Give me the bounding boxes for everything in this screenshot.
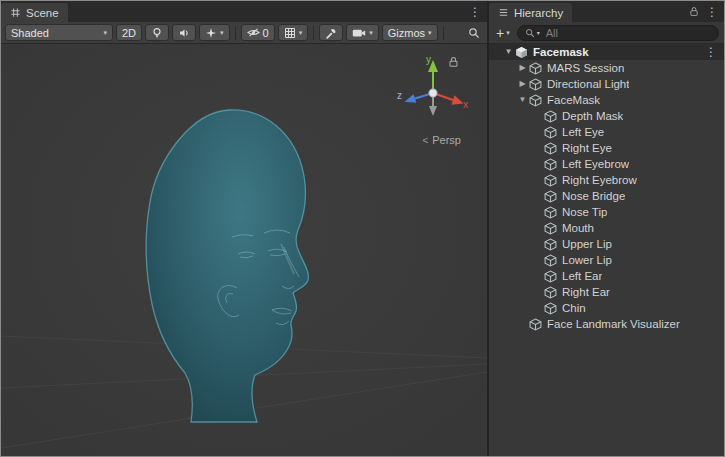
orientation-gizmo[interactable]: y x z [395, 52, 473, 130]
view-lock-icon[interactable] [448, 56, 459, 68]
foldout-expanded-icon[interactable]: ▼ [502, 48, 515, 56]
scene-row-kebab-icon[interactable]: ⋮ [705, 46, 724, 58]
cube-icon [544, 174, 557, 187]
axis-y-label: y [426, 54, 431, 65]
cube-icon [544, 222, 557, 235]
scene-search-button[interactable] [465, 27, 483, 39]
foldout-collapsed-icon[interactable]: ▶ [516, 80, 529, 88]
projection-toggle[interactable]: < Persp [422, 134, 461, 146]
cube-icon [529, 62, 542, 75]
tree-row[interactable]: Chin [489, 300, 724, 316]
hierarchy-panel: Hierarchy ⋮ + ▾ ▾ All ▼ Facemask [489, 1, 724, 456]
tree-row[interactable]: ▼ FaceMask [489, 92, 724, 108]
cube-icon [544, 190, 557, 203]
tab-hierarchy-label: Hierarchy [514, 7, 563, 19]
tree-row[interactable]: Right Ear [489, 284, 724, 300]
tree-item-label: Left Eye [562, 126, 604, 138]
tree-item-label: Nose Bridge [562, 190, 625, 202]
tree-row[interactable]: Left Eye [489, 124, 724, 140]
cube-icon [544, 302, 557, 315]
tree-row[interactable]: Right Eyebrow [489, 172, 724, 188]
tab-scene[interactable]: Scene [1, 3, 68, 22]
cube-icon [544, 206, 557, 219]
chevron-down-icon: ▾ [299, 29, 303, 36]
scene-visibility-button[interactable]: 0 [241, 24, 275, 41]
projection-label: Persp [432, 134, 461, 146]
tree-row[interactable]: Upper Lip [489, 236, 724, 252]
toggle-2d-button[interactable]: 2D [116, 24, 142, 41]
axis-x-cone[interactable] [451, 95, 463, 104]
tree-row-scene[interactable]: ▼ Facemask ⋮ [489, 44, 724, 60]
tree-item-label: Left Ear [562, 270, 602, 282]
plus-icon: + [496, 26, 504, 40]
gizmo-center-ball[interactable] [429, 89, 437, 97]
chevron-down-icon: ▾ [506, 29, 510, 36]
axis-z-cone[interactable] [405, 94, 417, 103]
cube-icon [544, 270, 557, 283]
create-object-button[interactable]: + ▾ [496, 26, 510, 40]
effects-star-icon [205, 27, 217, 39]
chevron-down-icon: ▾ [369, 29, 373, 36]
foldout-expanded-icon[interactable]: ▼ [516, 96, 529, 104]
grid-settings-dropdown[interactable]: ▾ [278, 24, 309, 41]
tree-item-label: Right Eyebrow [562, 174, 637, 186]
hidden-object-count: 0 [263, 27, 269, 39]
tree-item-label: Upper Lip [562, 238, 612, 250]
tree-item-label: Chin [562, 302, 586, 314]
tree-row[interactable]: ▶ Face Landmark Visualizer [489, 316, 724, 332]
cube-icon [544, 238, 557, 251]
scene-viewport[interactable]: y x z < Persp [1, 44, 487, 456]
search-placeholder: All [546, 27, 558, 39]
tree-row[interactable]: Lower Lip [489, 252, 724, 268]
foldout-collapsed-icon[interactable]: ▶ [516, 64, 529, 72]
chevron-down-icon: ▾ [428, 29, 432, 36]
scene-kebab-menu-icon[interactable]: ⋮ [469, 6, 481, 18]
tree-item-label: Face Landmark Visualizer [547, 318, 680, 330]
tree-row[interactable]: Left Ear [489, 268, 724, 284]
cube-icon [544, 286, 557, 299]
tree-row[interactable]: Mouth [489, 220, 724, 236]
axis-neg-y-cone[interactable] [429, 106, 437, 116]
cube-icon [529, 94, 542, 107]
cube-icon [544, 158, 557, 171]
tree-row[interactable]: ▶ Directional Light [489, 76, 724, 92]
tree-item-label: Right Eye [562, 142, 612, 154]
tree-item-label: Nose Tip [562, 206, 607, 218]
hierarchy-search-field[interactable]: ▾ All [517, 25, 719, 41]
tab-scene-label: Scene [26, 7, 59, 19]
chevron-down-icon: ▾ [103, 29, 107, 36]
tree-row[interactable]: Right Eye [489, 140, 724, 156]
axis-z-label: z [397, 90, 402, 101]
tree-row[interactable]: Left Eyebrow [489, 156, 724, 172]
cube-icon [544, 126, 557, 139]
gizmos-dropdown[interactable]: Gizmos ▾ [382, 24, 438, 41]
tree-row[interactable]: Nose Tip [489, 204, 724, 220]
scene-audio-button[interactable] [172, 24, 196, 41]
tab-hierarchy[interactable]: Hierarchy [489, 3, 572, 22]
shading-mode-label: Shaded [11, 27, 49, 39]
cube-icon [544, 254, 557, 267]
scene-tabbar: Scene ⋮ [1, 1, 487, 22]
tree-item-label: MARS Session [547, 62, 624, 74]
shading-mode-dropdown[interactable]: Shaded ▾ [5, 24, 113, 41]
tree-item-label: Mouth [562, 222, 594, 234]
axis-x-label: x [463, 99, 468, 110]
unity-scene-icon [515, 46, 528, 59]
cube-icon [529, 318, 542, 331]
scene-lighting-button[interactable] [145, 24, 169, 41]
scene-camera-dropdown[interactable]: ▾ [346, 24, 379, 41]
tree-row[interactable]: Nose Bridge [489, 188, 724, 204]
scene-effects-dropdown[interactable]: ▾ [199, 24, 230, 41]
tree-row[interactable]: ▶ MARS Session [489, 60, 724, 76]
tree-row[interactable]: Depth Mask [489, 108, 724, 124]
unity-editor-window: Scene ⋮ Shaded ▾ 2D ▾ [0, 0, 725, 457]
scene-tools-button[interactable] [319, 24, 343, 41]
toolbar-separator [443, 26, 444, 40]
search-filter-caret-icon[interactable]: ▾ [537, 30, 540, 36]
tree-item-label: Lower Lip [562, 254, 612, 266]
scene-toolbar: Shaded ▾ 2D ▾ 0 ▾ [1, 22, 487, 44]
persp-chevron-icon: < [422, 135, 428, 146]
hierarchy-lock-icon[interactable] [689, 6, 699, 17]
chevron-down-icon: ▾ [220, 29, 224, 36]
hierarchy-kebab-menu-icon[interactable]: ⋮ [706, 6, 718, 18]
